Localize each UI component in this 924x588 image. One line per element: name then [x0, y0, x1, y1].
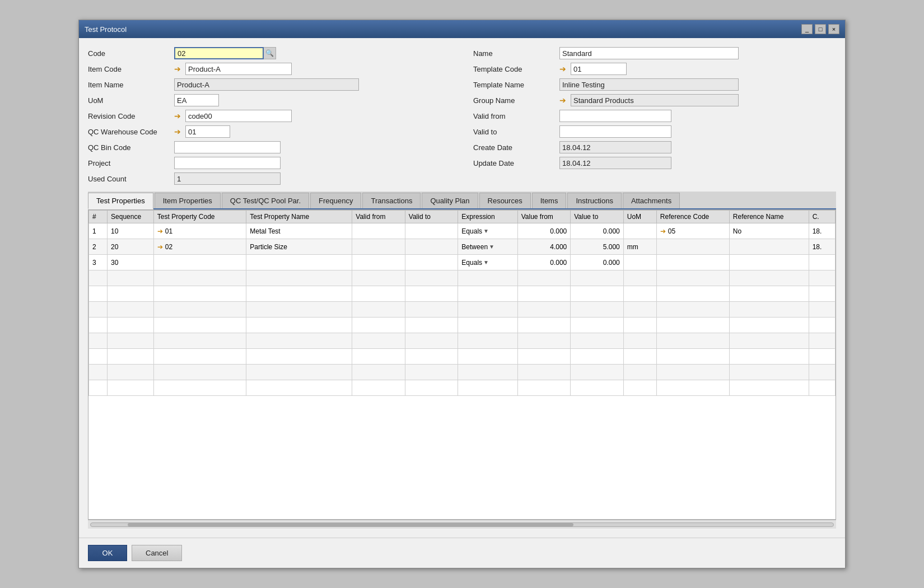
cell-valid-to — [405, 239, 458, 255]
table-row-empty — [89, 333, 836, 349]
used-count-label: Used Count — [88, 175, 172, 183]
form-right: Name Template Code ➔ Template Name Group… — [473, 47, 836, 185]
name-input[interactable] — [559, 47, 739, 59]
col-header-prop-name: Test Property Name — [246, 211, 352, 223]
template-code-label: Template Code — [473, 65, 557, 73]
col-header-valid-to: Valid to — [405, 211, 458, 223]
item-code-label: Item Code — [88, 65, 172, 73]
tab-quality-plan[interactable]: Quality Plan — [422, 193, 478, 208]
maximize-button[interactable]: □ — [815, 24, 826, 34]
template-name-label: Template Name — [473, 81, 557, 89]
qc-bin-input[interactable] — [174, 141, 281, 153]
title-bar: Test Protocol _ □ × — [79, 20, 845, 38]
col-header-valid-from: Valid from — [352, 211, 405, 223]
col-header-c: C. — [809, 211, 835, 223]
scrollbar-thumb[interactable] — [128, 523, 573, 526]
project-input[interactable] — [174, 157, 281, 169]
table-row[interactable]: 1 10 ➔ 01 Metal Test — [89, 223, 836, 239]
cell-num: 3 — [89, 255, 108, 270]
revision-code-input[interactable] — [185, 110, 292, 122]
grid-container[interactable]: # Sequence Test Property Code Test Prope… — [88, 209, 836, 520]
cell-prop-code: ➔ 01 — [153, 223, 246, 239]
template-code-input[interactable] — [571, 63, 627, 75]
qc-warehouse-input[interactable] — [185, 125, 230, 138]
update-date-input[interactable] — [559, 157, 671, 169]
cell-seq: 20 — [108, 239, 154, 255]
minimize-button[interactable]: _ — [801, 24, 813, 34]
valid-from-row: Valid from — [473, 110, 836, 122]
table-row-empty — [89, 302, 836, 318]
cell-uom — [623, 223, 656, 239]
cell-value-to: 0.000 — [571, 223, 624, 239]
cancel-button[interactable]: Cancel — [132, 545, 182, 561]
revision-code-arrow-icon: ➔ — [174, 111, 183, 120]
cell-valid-from — [352, 255, 405, 270]
used-count-input[interactable] — [174, 172, 281, 185]
table-row[interactable]: 3 30 Equals ▼ — [89, 255, 836, 270]
cell-valid-to — [405, 255, 458, 270]
scrollbar-track[interactable] — [90, 522, 834, 527]
valid-to-input[interactable] — [559, 125, 671, 138]
ok-button[interactable]: OK — [88, 545, 127, 561]
valid-from-label: Valid from — [473, 112, 557, 120]
project-row: Project — [88, 157, 451, 169]
qc-warehouse-arrow-icon: ➔ — [174, 127, 183, 136]
col-header-ref-code: Reference Code — [656, 211, 729, 223]
tab-test-properties[interactable]: Test Properties — [88, 193, 153, 209]
uom-input[interactable] — [174, 94, 219, 106]
cell-value-from: 0.000 — [517, 223, 571, 239]
item-name-input[interactable] — [174, 78, 359, 91]
tab-resources[interactable]: Resources — [479, 193, 531, 208]
cell-c: 18. — [809, 239, 835, 255]
qc-warehouse-row: QC Warehouse Code ➔ — [88, 125, 451, 138]
col-header-expression: Expression — [458, 211, 517, 223]
col-header-sequence: Sequence — [108, 211, 154, 223]
code-browse-button[interactable]: 🔍 — [264, 47, 276, 59]
valid-from-input[interactable] — [559, 110, 671, 122]
item-code-arrow-icon: ➔ — [174, 64, 183, 73]
cell-expression: Between ▼ — [458, 239, 517, 255]
tab-attachments[interactable]: Attachments — [623, 193, 680, 208]
cell-ref-code — [656, 239, 729, 255]
cell-value-to: 0.000 — [571, 255, 624, 270]
table-row-empty — [89, 349, 836, 365]
cell-prop-code — [153, 255, 246, 270]
table-row-empty — [89, 380, 836, 396]
group-name-input[interactable] — [571, 94, 739, 106]
tab-instructions[interactable]: Instructions — [567, 193, 621, 208]
window-controls: _ □ × — [801, 24, 839, 34]
table-row-empty — [89, 318, 836, 333]
cell-expression: Equals ▼ — [458, 255, 517, 270]
table-row-empty — [89, 286, 836, 302]
table-row-empty — [89, 270, 836, 286]
tabs-container: Test Properties Item Properties QC Test/… — [88, 192, 836, 529]
cell-prop-name: Metal Test — [246, 223, 352, 239]
tab-frequency[interactable]: Frequency — [310, 193, 361, 208]
tab-item-properties[interactable]: Item Properties — [155, 193, 221, 208]
tab-qc-test-pool[interactable]: QC Test/QC Pool Par. — [222, 193, 309, 208]
main-window: Test Protocol _ □ × Code 🔍 — [78, 20, 846, 568]
cell-ref-name — [729, 239, 809, 255]
item-code-input[interactable] — [185, 63, 292, 75]
template-name-input[interactable] — [559, 78, 739, 91]
create-date-input[interactable] — [559, 141, 671, 153]
tab-items[interactable]: Items — [532, 193, 567, 208]
cell-value-from: 0.000 — [517, 255, 571, 270]
code-input[interactable] — [174, 47, 264, 59]
create-date-label: Create Date — [473, 143, 557, 152]
cell-valid-to — [405, 223, 458, 239]
cell-ref-name — [729, 255, 809, 270]
tab-transactions[interactable]: Transactions — [362, 193, 421, 208]
code-label: Code — [88, 49, 172, 58]
uom-label: UoM — [88, 96, 172, 105]
horizontal-scrollbar[interactable] — [88, 520, 836, 529]
project-label: Project — [88, 159, 172, 167]
cell-expression: Equals ▼ — [458, 223, 517, 239]
close-button[interactable]: × — [828, 24, 839, 34]
cell-value-from: 4.000 — [517, 239, 571, 255]
group-name-label: Group Name — [473, 96, 557, 105]
cell-valid-from — [352, 239, 405, 255]
code-row: Code 🔍 — [88, 47, 451, 59]
table-row[interactable]: 2 20 ➔ 02 Particle Size — [89, 239, 836, 255]
content-area: Code 🔍 Item Code ➔ Item Name — [79, 38, 845, 538]
